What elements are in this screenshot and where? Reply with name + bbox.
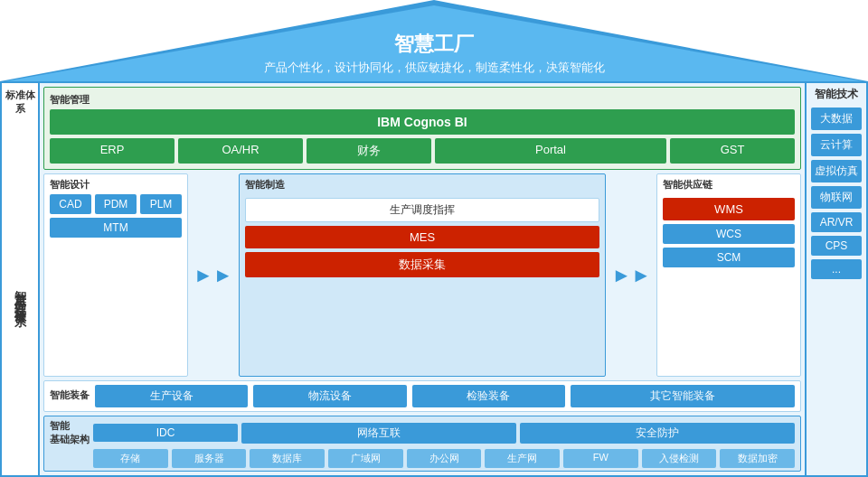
erp-box-oahr: OA/HR [178, 138, 303, 164]
infrastructure-section: 智能基础架构 IDC 网络互联 安全防护 存储 服务器 数据库 广域网 办公网 … [43, 416, 801, 472]
erp-row: ERP OA/HR 财务 Portal GST [50, 138, 795, 164]
page-subtitle: 产品个性化，设计协同化，供应敏捷化，制造柔性化，决策智能化 [264, 60, 605, 76]
design-box-cad: CAD [50, 194, 91, 214]
infra-header-row: 智能基础架构 IDC 网络互联 安全防护 [50, 419, 795, 446]
supply-box-wcs: WCS [663, 224, 795, 244]
infra-box-idc: IDC [93, 424, 238, 442]
design-row2: MTM [50, 218, 182, 238]
right-sidebar-title: 智能技术 [815, 87, 858, 102]
manufacture-header: 智能制造 [245, 178, 600, 192]
erp-box-erp: ERP [50, 138, 175, 164]
supply-boxes: WMS WCS SCM [663, 198, 795, 267]
manufacture-box-datacollect: 数据采集 [245, 252, 600, 277]
left-sidebar-vert-text: 智慧工厂管理标准体系 [12, 281, 28, 308]
equip-box-other: 其它智能装备 [571, 385, 795, 407]
erp-box-gst: GST [670, 138, 795, 164]
infra-ids: 入侵检测 [642, 449, 717, 468]
right-tag-bigdata: 大数据 [811, 108, 862, 130]
right-tag-iot: 物联网 [811, 186, 862, 209]
right-tag-more: ... [811, 259, 862, 279]
left-sidebar-top-label: 标准体系 [2, 87, 38, 117]
infra-box-security: 安全防护 [520, 423, 795, 444]
equip-box-logistics: 物流设备 [253, 385, 406, 407]
supply-box-scm: SCM [663, 248, 795, 267]
design-box-mtm: MTM [50, 218, 182, 238]
roof-header: 智慧工厂 产品个性化，设计协同化，供应敏捷化，制造柔性化，决策智能化 [0, 0, 868, 81]
intelligent-manufacture-section: 智能制造 生产调度指挥 MES 数据采集 [239, 173, 607, 377]
infra-box-network: 网络互联 [241, 423, 516, 444]
equip-box-production: 生产设备 [95, 385, 248, 407]
intelligent-equipment-section: 智能装备 生产设备 物流设备 检验装备 其它智能装备 [43, 380, 801, 412]
supply-header: 智能供应链 [663, 178, 795, 192]
infra-storage: 存储 [93, 449, 168, 468]
design-row1: CAD PDM PLM [50, 194, 182, 214]
right-tag-vr: 虚拟仿真 [811, 160, 862, 182]
main-body: 标准体系 智慧工厂管理标准体系 智能管理 IBM Cognos BI ERP O… [0, 81, 868, 477]
arrow-2: ►► [609, 173, 653, 377]
design-header: 智能设计 [50, 178, 182, 192]
infra-server: 服务器 [172, 449, 247, 468]
equip-box-inspection: 检验装备 [412, 385, 565, 407]
intelligent-supply-section: 智能供应链 WMS WCS SCM [656, 173, 801, 377]
middle-row: 智能设计 CAD PDM PLM MTM ►► 智能制造 生产调度指挥 MES … [43, 173, 801, 377]
left-sidebar-vert: 智慧工厂管理标准体系 [12, 117, 28, 472]
arrow-1: ►► [192, 173, 235, 377]
right-sidebar: 智能技术 大数据 云计算 虚拟仿真 物联网 AR/VR CPS ... [805, 83, 866, 475]
infra-office-net: 办公网 [407, 449, 482, 468]
infra-wan: 广域网 [328, 449, 403, 468]
erp-box-portal: Portal [435, 138, 666, 164]
infra-encrypt: 数据加密 [720, 449, 795, 468]
supply-box-wms: WMS [663, 198, 795, 220]
manufacture-box-mes: MES [245, 226, 600, 248]
intelligent-design-section: 智能设计 CAD PDM PLM MTM [43, 173, 188, 377]
ibm-cognos-bar: IBM Cognos BI [50, 109, 795, 135]
center-main: 智能管理 IBM Cognos BI ERP OA/HR 财务 Portal G… [40, 83, 805, 475]
right-tag-cloud: 云计算 [811, 134, 862, 156]
left-sidebar: 标准体系 智慧工厂管理标准体系 [2, 83, 40, 475]
design-box-pdm: PDM [95, 194, 137, 214]
equip-header: 智能装备 [50, 388, 90, 402]
infra-prod-net: 生产网 [485, 449, 560, 468]
right-tag-arvr: AR/VR [811, 212, 862, 232]
page-title: 智慧工厂 [394, 31, 474, 58]
infra-row2: 存储 服务器 数据库 广域网 办公网 生产网 FW 入侵检测 数据加密 [93, 449, 795, 468]
mgmt-header: 智能管理 [50, 93, 795, 107]
design-box-plm: PLM [140, 194, 182, 214]
intelligent-management-section: 智能管理 IBM Cognos BI ERP OA/HR 财务 Portal G… [43, 87, 801, 170]
manufacture-box-dispatch: 生产调度指挥 [245, 198, 600, 222]
manufacture-content: 生产调度指挥 MES 数据采集 [245, 198, 600, 277]
infra-db: 数据库 [250, 449, 325, 468]
right-tag-cps: CPS [811, 236, 862, 256]
infra-fw: FW [563, 449, 638, 468]
infra-header: 智能基础架构 [50, 419, 90, 446]
erp-box-finance: 财务 [307, 138, 431, 164]
